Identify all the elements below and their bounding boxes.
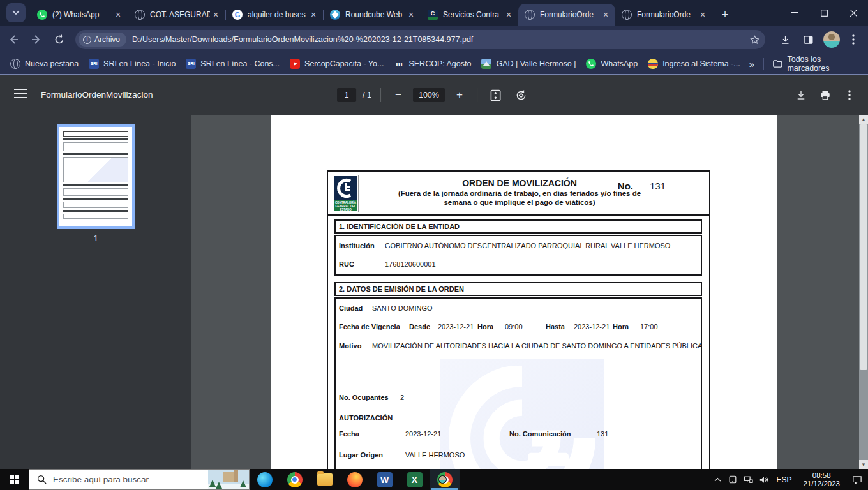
tab-search-button[interactable]	[6, 3, 26, 22]
maximize-button[interactable]	[809, 0, 839, 26]
tab-roundcube[interactable]: Roundcube Web ×	[324, 4, 421, 26]
bookmark-sercop-agosto[interactable]: m SERCOP: Agosto	[394, 59, 471, 69]
scrollbar-thumb[interactable]	[860, 124, 867, 370]
tab-alquiler-buses[interactable]: G alquiler de buses ×	[226, 4, 323, 26]
browser-address-bar: i Archivo D:/Users/Master/Downloads/Form…	[0, 26, 868, 54]
tab-close-icon[interactable]: ×	[405, 9, 417, 20]
ruc-label: RUC	[339, 260, 354, 268]
taskbar-excel-icon[interactable]: X	[400, 469, 430, 490]
form-subtitle: (Fuera de la jornada ordinaria de trabaj…	[385, 189, 654, 207]
thumbnail-sidebar: 1	[0, 115, 191, 469]
start-button[interactable]	[0, 469, 29, 490]
ocupantes-label: No. Ocupantes	[339, 394, 389, 401]
browser-menu-icon[interactable]	[844, 30, 863, 49]
new-tab-button[interactable]: +	[716, 6, 734, 24]
print-icon[interactable]	[816, 85, 835, 105]
scroll-up-icon[interactable]: ▲	[859, 115, 868, 124]
bookmark-sri-inicio[interactable]: SRI SRI en Línea - Inicio	[89, 59, 176, 69]
tab-cot-asegurad[interactable]: COT. ASEGURAD ×	[128, 4, 225, 26]
forward-button[interactable]	[27, 30, 46, 49]
motivo-label: Motivo	[339, 342, 361, 350]
google-icon: G	[232, 10, 243, 20]
minimize-button[interactable]	[780, 0, 809, 26]
taskbar-search-input[interactable]: Escribe aquí para buscar	[29, 469, 250, 490]
pdf-download-button[interactable]	[791, 85, 811, 105]
search-daily-image[interactable]	[208, 470, 249, 489]
thumbnail-page	[59, 127, 132, 226]
autorizacion-title: AUTORIZACIÓN	[339, 414, 393, 422]
hora1-value: 09:00	[505, 323, 523, 330]
taskbar-word-icon[interactable]: W	[370, 469, 400, 490]
action-center-icon[interactable]	[846, 469, 868, 490]
tab-whatsapp[interactable]: (2) WhatsApp ×	[31, 4, 128, 26]
bookmark-ingreso-sistema[interactable]: Ingreso al Sistema -...	[648, 59, 740, 69]
bookmark-sercopcapacita[interactable]: SercopCapacita - Yo...	[290, 59, 384, 69]
bookmarks-bar: Nueva pestaña SRI SRI en Línea - Inicio …	[0, 54, 868, 75]
motivo-row: Motivo MOVILIZACIÓN DE AUTORIDADES HACIA…	[336, 342, 701, 351]
download-button[interactable]	[775, 30, 795, 49]
close-icon[interactable]	[839, 0, 868, 26]
windows-logo-icon	[10, 475, 19, 484]
back-button[interactable]	[4, 30, 23, 49]
tab-formulario-active[interactable]: FormularioOrde ×	[518, 4, 615, 26]
ciudad-value: SANTO DOMINGO	[372, 304, 433, 312]
fit-to-page-button[interactable]	[486, 85, 505, 105]
taskbar-chrome-active-icon[interactable]	[430, 469, 460, 490]
vigencia-row: Fecha de Vigencia Desde 2023-12-21 Hora …	[336, 323, 701, 332]
taskbar-firefox-icon[interactable]	[340, 469, 370, 490]
divider	[380, 88, 381, 102]
motivo-value: MOVILIZACIÓN DE AUTORIDADES HACIA LA CIU…	[372, 342, 702, 350]
zoom-level[interactable]: 100%	[413, 88, 445, 102]
tab-servicios-contraloria[interactable]: C Servicios Contra ×	[421, 4, 518, 26]
scroll-down-icon[interactable]: ▼	[859, 460, 868, 469]
side-panel-button[interactable]	[798, 30, 818, 49]
pdf-more-options-icon[interactable]	[840, 85, 859, 105]
all-bookmarks-button[interactable]: Todos los marcadores	[764, 55, 868, 73]
tab-label: Servicios Contra	[443, 10, 503, 19]
thumb-line	[63, 184, 128, 186]
tab-formulario-2[interactable]: FormularioOrde ×	[615, 4, 712, 26]
tray-volume-icon[interactable]	[756, 469, 771, 490]
file-scheme-chip[interactable]: i Archivo	[79, 33, 126, 47]
section2-title: 2. DATOS DE EMISIÓN DE LA ORDEN	[334, 282, 702, 296]
tab-close-icon[interactable]: ×	[697, 9, 708, 20]
language-indicator[interactable]: ESP	[771, 475, 797, 484]
taskbar-chrome-icon[interactable]	[280, 469, 310, 490]
tab-close-icon[interactable]: ×	[210, 9, 221, 20]
bookmark-sri-consultas[interactable]: SRI SRI en Línea - Cons...	[186, 59, 280, 69]
tray-chevron-up-icon[interactable]	[710, 469, 725, 490]
taskbar-clock[interactable]: 08:58 21/12/2023	[797, 471, 846, 488]
omnibox[interactable]: i Archivo D:/Users/Master/Downloads/Form…	[75, 30, 765, 49]
bookmark-whatsapp[interactable]: WhatsApp	[586, 59, 638, 69]
bookmarks-overflow-button[interactable]: »	[740, 59, 763, 70]
page-number-input[interactable]: 1	[337, 88, 356, 102]
reload-button[interactable]	[50, 30, 69, 49]
bookmark-nueva-pestana[interactable]: Nueva pestaña	[10, 59, 79, 69]
pdf-menu-icon[interactable]	[14, 89, 27, 99]
profile-avatar[interactable]	[823, 31, 840, 48]
bookmark-star-icon[interactable]	[749, 34, 760, 45]
hora2-value: 17:00	[640, 323, 658, 330]
comunicacion-label: No. Comunicación	[509, 430, 571, 438]
youtube-icon	[290, 59, 300, 69]
rotate-button[interactable]	[512, 85, 531, 105]
tray-network-icon[interactable]	[740, 469, 756, 490]
thumb-line	[63, 157, 128, 182]
bookmark-gad-valle-hermoso[interactable]: GAD | Valle Hermoso |	[481, 59, 576, 69]
whatsapp-icon	[586, 59, 596, 69]
taskbar-file-explorer-icon[interactable]	[310, 469, 340, 490]
globe-icon	[10, 59, 20, 69]
tab-close-icon[interactable]: ×	[600, 9, 611, 20]
page-thumbnail[interactable]	[57, 124, 135, 229]
tab-close-icon[interactable]: ×	[308, 9, 319, 20]
tab-close-icon[interactable]: ×	[503, 9, 514, 20]
form-title: ORDEN DE MOVILIZACIÓN	[385, 178, 654, 188]
system-tray: ESP 08:58 21/12/2023	[710, 469, 868, 490]
vertical-scrollbar[interactable]: ▲ ▼	[859, 115, 868, 469]
taskbar-edge-icon[interactable]	[250, 469, 280, 490]
zoom-out-button[interactable]: −	[390, 87, 407, 103]
zoom-in-button[interactable]: +	[451, 87, 468, 103]
tab-close-icon[interactable]: ×	[112, 9, 124, 20]
tray-tablet-mode-icon[interactable]	[725, 469, 740, 490]
chevron-down-icon	[12, 10, 20, 15]
